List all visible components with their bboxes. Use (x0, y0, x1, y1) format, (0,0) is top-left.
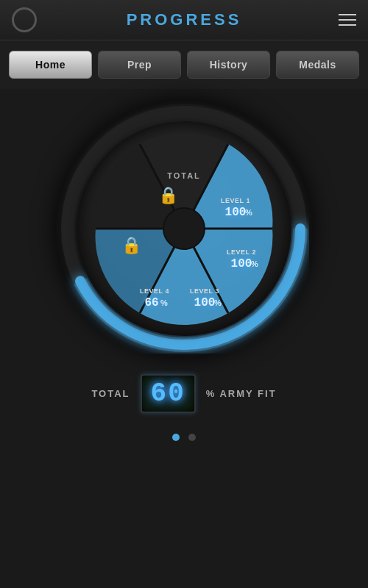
tab-history[interactable]: History (187, 51, 270, 79)
total-prefix: TOTAL (91, 388, 130, 399)
svg-text:100: 100 (231, 257, 252, 270)
svg-text:66: 66 (144, 296, 158, 309)
svg-text:%: % (245, 208, 252, 217)
menu-button[interactable] (339, 14, 356, 26)
total-value: 60 (151, 379, 185, 409)
menu-line-1 (339, 14, 356, 15)
svg-text:LEVEL 4: LEVEL 4 (140, 287, 169, 295)
svg-text:%: % (251, 259, 258, 268)
dot-1[interactable] (172, 434, 180, 441)
pagination-dots (172, 434, 196, 441)
svg-text:TOTAL: TOTAL (167, 171, 201, 180)
svg-text:🔒: 🔒 (121, 235, 142, 255)
tab-prep[interactable]: Prep (98, 51, 181, 79)
tab-medals[interactable]: Medals (276, 51, 359, 79)
main-content: TOTAL LEVEL 1 100 % LEVEL 2 100 % LEVEL … (0, 89, 368, 441)
menu-line-2 (339, 19, 356, 21)
pie-chart: TOTAL LEVEL 1 100 % LEVEL 2 100 % LEVEL … (81, 126, 287, 331)
svg-text:%: % (160, 298, 168, 307)
progress-dial: TOTAL LEVEL 1 100 % LEVEL 2 100 % LEVEL … (59, 104, 309, 354)
svg-text:LEVEL 3: LEVEL 3 (190, 287, 219, 295)
page-title: PROGRESS (127, 10, 242, 29)
total-display: 60 (141, 374, 196, 413)
total-suffix: % ARMY FIT (206, 388, 277, 399)
svg-text:100: 100 (194, 296, 216, 309)
tab-home[interactable]: Home (9, 51, 92, 79)
app-logo (12, 7, 37, 32)
header: PROGRESS (0, 0, 368, 40)
svg-text:LEVEL 1: LEVEL 1 (221, 197, 250, 204)
dot-2[interactable] (188, 434, 196, 441)
svg-text:LEVEL 2: LEVEL 2 (227, 248, 256, 256)
svg-text:🔒: 🔒 (158, 185, 179, 205)
nav-tabs: Home Prep History Medals (0, 40, 368, 89)
menu-line-3 (339, 24, 356, 26)
svg-text:100: 100 (225, 206, 247, 219)
svg-text:%: % (214, 298, 222, 307)
svg-point-9 (163, 208, 205, 249)
total-bar: TOTAL 60 % ARMY FIT (91, 374, 276, 413)
